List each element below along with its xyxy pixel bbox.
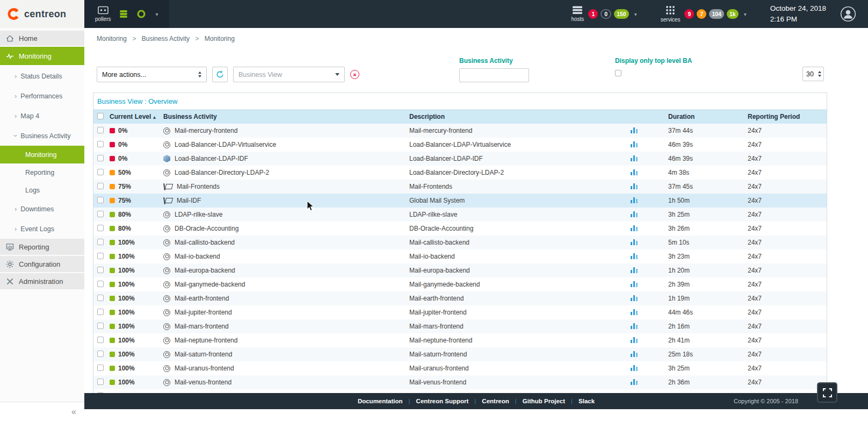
footer-link-github-project[interactable]: Github Project (523, 398, 565, 404)
col-description[interactable]: Description (407, 110, 628, 124)
sidebar-item-business-activity[interactable]: ›Business Activity (0, 126, 84, 146)
ba-name[interactable]: Mail-ganymede-backend (175, 281, 245, 288)
dark-status-badge[interactable]: 0 (601, 9, 611, 19)
sidebar-collapse-button[interactable]: « (0, 402, 84, 421)
row-checkbox[interactable] (97, 169, 104, 175)
display-top-level-checkbox[interactable] (615, 70, 621, 76)
row-checkbox[interactable] (97, 239, 104, 245)
col-current-level[interactable]: Current Level▴ (107, 110, 161, 124)
table-row[interactable]: 100%Mail-neptune-frontendMail-neptune-fr… (93, 333, 827, 347)
ba-name[interactable]: Mail-earth-frontend (175, 295, 229, 302)
row-checkbox[interactable] (97, 365, 104, 371)
table-row[interactable]: 80%LDAP-rilke-slaveLDAP-rilke-slave3h 25… (93, 208, 827, 222)
panel-title-link[interactable]: Business View : Overview (93, 93, 827, 110)
chart-icon[interactable] (631, 379, 638, 385)
sidebar-item-configuration[interactable]: Configuration (0, 256, 84, 272)
chart-icon[interactable] (631, 169, 638, 175)
user-menu[interactable] (840, 6, 856, 22)
business-activity-filter-input[interactable] (459, 68, 529, 82)
poller-status-icon[interactable] (136, 9, 146, 19)
sidebar-item-monitoring[interactable]: Monitoring (0, 47, 84, 65)
chart-icon[interactable] (631, 281, 638, 287)
orange-status-badge[interactable]: 7 (697, 9, 706, 19)
hosts-chevron-down-icon[interactable]: ▾ (634, 11, 637, 17)
red-status-badge[interactable]: 1 (588, 9, 598, 19)
sidebar-item-logs[interactable]: Logs (0, 181, 84, 199)
ba-name[interactable]: Load-Balancer-LDAP-Virtualservice (175, 141, 276, 148)
table-row[interactable]: 100%Mail-europa-backendMail-europa-backe… (93, 263, 827, 277)
table-row[interactable]: 100%Mail-jupiter-frontendMail-jupiter-fr… (93, 305, 827, 319)
row-checkbox[interactable] (97, 267, 104, 273)
hosts-status[interactable]: hosts 10150 ▾ (571, 6, 636, 22)
ba-name[interactable]: LDAP-rilke-slave (175, 211, 222, 218)
chart-icon[interactable] (631, 323, 638, 329)
pollers-chevron-down-icon[interactable]: ▾ (155, 11, 158, 17)
table-row[interactable]: 0%Load-Balancer-LDAP-VirtualserviceLoad-… (93, 138, 827, 152)
table-row[interactable]: 0%Load-Balancer-LDAP-IDFLoad-Balancer-LD… (93, 152, 827, 166)
ba-name[interactable]: Mail-jupiter-frontend (175, 309, 232, 316)
ba-name[interactable]: Mail-Frontends (177, 183, 220, 190)
ba-name[interactable]: Mail-mars-frontend (175, 323, 229, 330)
chart-icon[interactable] (631, 351, 638, 357)
chart-icon[interactable] (631, 309, 638, 315)
clear-filter-icon[interactable]: × (350, 70, 359, 79)
sidebar-item-reporting[interactable]: Reporting (0, 239, 84, 255)
ba-name[interactable]: Mail-mercury-frontend (175, 127, 237, 134)
footer-link-centreon[interactable]: Centreon (482, 398, 509, 404)
breadcrumb-monitoring[interactable]: Monitoring (97, 35, 127, 42)
ba-name[interactable]: Mail-europa-backend (175, 267, 235, 274)
sidebar-item-downtimes[interactable]: ›Downtimes (0, 199, 84, 219)
ba-name[interactable]: Mail-io-backend (175, 253, 220, 260)
col-duration[interactable]: Duration (666, 110, 746, 124)
chart-icon[interactable] (631, 253, 638, 259)
row-checkbox[interactable] (97, 183, 104, 189)
row-checkbox[interactable] (97, 141, 104, 147)
refresh-button[interactable] (212, 67, 228, 82)
ba-name[interactable]: Mail-saturn-frontend (175, 351, 232, 358)
ba-name[interactable]: Load-Balancer-Directory-LDAP-2 (175, 169, 269, 176)
table-row[interactable]: 100%Mail-uranus-frontendMail-uranus-fron… (93, 361, 827, 375)
sidebar-item-administration[interactable]: Administration (0, 273, 84, 289)
row-checkbox[interactable] (97, 309, 104, 315)
sidebar-item-monitoring[interactable]: Monitoring (0, 146, 84, 163)
breadcrumb-business-activity[interactable]: Business Activity (142, 35, 190, 42)
table-row[interactable]: 100%Mail-earth-frontendMail-earth-fronte… (93, 291, 827, 305)
green-status-badge[interactable]: 1k (727, 9, 739, 19)
sidebar-item-event-logs[interactable]: ›Event Logs (0, 219, 84, 239)
table-row[interactable]: 75%Mail-FrontendsMail-Frontends37m 45s24… (93, 180, 827, 194)
chart-icon[interactable] (631, 337, 638, 343)
row-checkbox[interactable] (97, 351, 104, 357)
breadcrumb-monitoring-page[interactable]: Monitoring (205, 35, 235, 42)
table-row[interactable]: 100%Mail- (93, 389, 827, 393)
chart-icon[interactable] (631, 211, 638, 217)
ba-name[interactable]: Mail-venus-frontend (175, 379, 232, 386)
table-row[interactable]: 0%Mail-mercury-frontendMail-mercury-fron… (93, 124, 827, 138)
col-business-activity[interactable]: Business Activity (161, 110, 407, 124)
chart-icon[interactable] (631, 197, 638, 203)
ba-name[interactable]: Mail-callisto-backend (175, 239, 235, 246)
sidebar-item-reporting[interactable]: Reporting (0, 163, 84, 181)
row-checkbox[interactable] (97, 295, 104, 301)
brand[interactable]: centreon (0, 0, 84, 28)
select-all-checkbox[interactable] (97, 113, 104, 119)
sidebar-item-home[interactable]: Home (0, 31, 84, 46)
services-status[interactable]: services 971041k ▾ (661, 5, 747, 23)
row-checkbox[interactable] (97, 323, 104, 329)
chart-icon[interactable] (631, 127, 638, 133)
green-status-badge[interactable]: 150 (614, 9, 629, 19)
footer-link-centreon-support[interactable]: Centreon Support (416, 398, 469, 404)
row-checkbox[interactable] (97, 155, 104, 161)
more-actions-select[interactable]: More actions... (97, 67, 207, 82)
table-row[interactable]: 100%Mail-saturn-frontendMail-saturn-fron… (93, 347, 827, 361)
row-checkbox[interactable] (97, 253, 104, 259)
table-row[interactable]: 100%Mail-venus-frontendMail-venus-fronte… (93, 375, 827, 389)
page-size-select[interactable]: 30 (802, 67, 824, 81)
fullscreen-button[interactable] (817, 382, 837, 403)
services-chevron-down-icon[interactable]: ▾ (744, 11, 747, 17)
ba-name[interactable]: DB-Oracle-Accounting (175, 225, 238, 232)
gray-status-badge[interactable]: 104 (709, 9, 724, 19)
pollers-section[interactable]: pollers ▾ (84, 0, 169, 28)
chart-icon[interactable] (631, 365, 638, 371)
table-row[interactable]: 100%Mail-io-backendMail-io-backend3h 23m… (93, 249, 827, 263)
chart-icon[interactable] (631, 183, 638, 189)
